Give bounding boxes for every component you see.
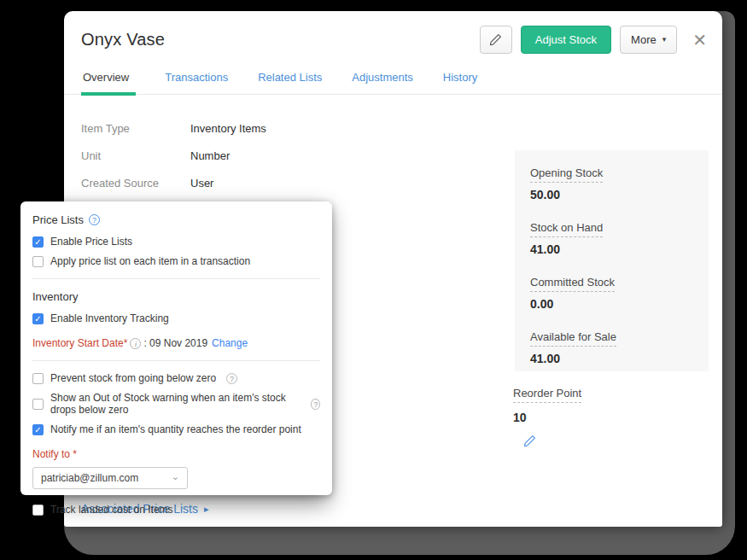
- stat-label: Opening Stock: [530, 166, 603, 183]
- stat-stock-on-hand: Stock on Hand 41.00: [530, 219, 693, 256]
- prevent-below-zero-option: ✓ Prevent stock from going below zero ?: [32, 372, 320, 384]
- screenshot-stage: Onyx Vase Adjust Stock More ▾ ✕ Overview…: [0, 0, 747, 560]
- stat-label: Stock on Hand: [530, 221, 603, 237]
- info-icon[interactable]: i: [130, 338, 141, 349]
- checkbox-label: Notify me if an item's quantity reaches …: [50, 423, 301, 435]
- divider: [32, 278, 320, 279]
- detail-label: Item Type: [81, 122, 190, 135]
- price-lists-heading-label: Price Lists: [32, 213, 84, 226]
- stat-value: 0.00: [530, 297, 693, 311]
- checkbox-label: Enable Price Lists: [50, 236, 132, 248]
- notify-reorder-checkbox[interactable]: ✓: [32, 424, 44, 435]
- change-date-link[interactable]: Change: [212, 337, 248, 349]
- close-icon[interactable]: ✕: [692, 32, 707, 49]
- stock-summary-panel: Opening Stock 50.00 Stock on Hand 41.00 …: [515, 150, 709, 371]
- notify-email-select[interactable]: patriciab@zillum.com ⌄: [32, 467, 188, 489]
- more-button[interactable]: More ▾: [620, 26, 677, 54]
- header-actions: Adjust Stock More ▾ ✕: [480, 26, 707, 54]
- checkbox-label: Enable Inventory Tracking: [50, 312, 169, 324]
- stat-value: 41.00: [530, 242, 693, 256]
- page-title: Onyx Vase: [81, 30, 480, 50]
- modal-header: Onyx Vase Adjust Stock More ▾ ✕: [64, 11, 722, 54]
- stat-label: Committed Stock: [530, 276, 615, 292]
- adjust-stock-button[interactable]: Adjust Stock: [521, 26, 611, 54]
- detail-row-item-type: Item Type Inventory Items: [81, 122, 722, 135]
- reorder-point-section: Reorder Point 10: [513, 385, 581, 451]
- stat-available-for-sale: Available for Sale 41.00: [530, 329, 693, 365]
- inventory-start-date-row: Inventory Start Date* i : 09 Nov 2019 Ch…: [32, 337, 320, 349]
- stat-value: 41.00: [530, 352, 693, 365]
- check-icon: ✓: [33, 425, 43, 435]
- reorder-point-label: Reorder Point: [513, 387, 581, 403]
- stat-opening-stock: Opening Stock 50.00: [530, 165, 693, 201]
- detail-label: Created Source: [81, 177, 190, 190]
- tab-overview[interactable]: Overview: [81, 67, 136, 96]
- caret-down-icon: ▾: [662, 36, 667, 44]
- pencil-icon: [523, 435, 536, 447]
- detail-value: User: [190, 177, 213, 190]
- notify-reorder-option: ✓ Notify me if an item's quantity reache…: [32, 423, 320, 435]
- enable-inventory-tracking-option: ✓ Enable Inventory Tracking: [32, 312, 320, 324]
- help-icon[interactable]: ?: [311, 399, 320, 410]
- enable-price-lists-checkbox[interactable]: ✓: [32, 236, 44, 248]
- prevent-below-zero-checkbox[interactable]: ✓: [32, 373, 44, 384]
- selected-email: patriciab@zillum.com: [41, 472, 138, 484]
- check-icon: ✓: [33, 314, 43, 324]
- detail-value: Number: [190, 149, 230, 162]
- tab-transactions[interactable]: Transactions: [164, 67, 229, 94]
- pencil-icon: [489, 33, 502, 46]
- stat-value: 50.00: [530, 188, 693, 201]
- help-icon[interactable]: ?: [226, 373, 237, 384]
- apply-price-list-option: ✓ Apply price list on each item in a tra…: [32, 255, 320, 267]
- divider: [32, 360, 320, 361]
- enable-price-lists-option: ✓ Enable Price Lists: [32, 236, 320, 248]
- edit-reorder-point-button[interactable]: [523, 435, 581, 451]
- detail-value: Inventory Items: [190, 122, 266, 135]
- checkbox-label: Apply price list on each item in a trans…: [50, 255, 250, 267]
- notify-to-label: Notify to *: [32, 448, 320, 460]
- out-of-stock-warning-option: ✓ Show an Out of Stock warning when an i…: [32, 392, 320, 416]
- stat-label: Available for Sale: [530, 330, 616, 347]
- tab-related-lists[interactable]: Related Lists: [257, 67, 323, 94]
- track-landed-cost-option: ✓ Track landed cost on Items: [32, 504, 320, 516]
- checkbox-label: Track landed cost on Items: [50, 504, 173, 516]
- help-icon[interactable]: ?: [89, 214, 100, 225]
- preferences-popup: Price Lists ? ✓ Enable Price Lists ✓ App…: [20, 201, 332, 495]
- tab-history[interactable]: History: [442, 67, 478, 94]
- edit-item-button[interactable]: [480, 26, 512, 54]
- reorder-point-value: 10: [513, 411, 581, 424]
- stat-committed-stock: Committed Stock 0.00: [530, 274, 693, 311]
- enable-inventory-tracking-checkbox[interactable]: ✓: [32, 313, 44, 324]
- inventory-start-date-value: : 09 Nov 2019: [143, 337, 207, 349]
- price-lists-heading: Price Lists ?: [32, 213, 320, 226]
- check-icon: ✓: [33, 237, 43, 248]
- out-of-stock-warning-checkbox[interactable]: ✓: [32, 399, 44, 410]
- tab-adjustments[interactable]: Adjustments: [351, 67, 414, 94]
- tab-bar: Overview Transactions Related Lists Adju…: [64, 67, 722, 95]
- inventory-start-date-label: Inventory Start Date*: [32, 337, 127, 349]
- track-landed-cost-checkbox[interactable]: ✓: [32, 505, 44, 516]
- chevron-down-icon: ⌄: [172, 472, 179, 481]
- checkbox-label: Prevent stock from going below zero: [50, 372, 216, 384]
- more-button-label: More: [631, 33, 657, 46]
- inventory-heading: Inventory: [32, 290, 320, 303]
- detail-label: Unit: [81, 149, 190, 162]
- checkbox-label: Show an Out of Stock warning when an ite…: [50, 392, 301, 416]
- apply-price-list-checkbox[interactable]: ✓: [32, 256, 44, 267]
